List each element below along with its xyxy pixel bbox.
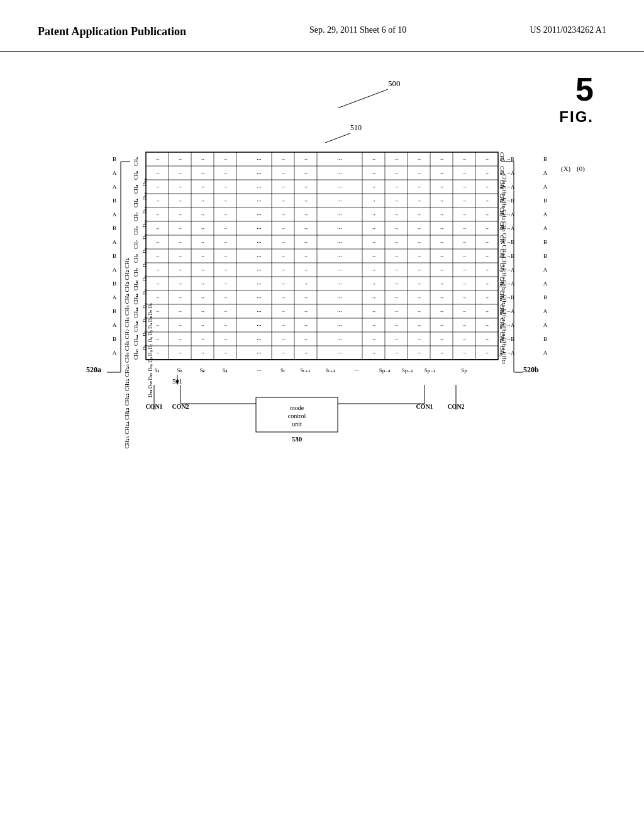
svg-text:→: → bbox=[200, 253, 205, 259]
svg-text:→: → bbox=[303, 240, 308, 245]
svg-text:→: → bbox=[177, 184, 182, 190]
svg-text:→: → bbox=[200, 212, 205, 218]
svg-text:→: → bbox=[462, 267, 467, 273]
svg-text:CON1: CON1 bbox=[416, 403, 433, 410]
svg-text:Sₜ₊₂: Sₜ₊₂ bbox=[325, 367, 336, 374]
header-date-sheet: Sep. 29, 2011 Sheet 6 of 10 bbox=[309, 25, 406, 35]
svg-text:→: → bbox=[200, 323, 205, 328]
svg-text:A: A bbox=[543, 322, 548, 328]
svg-text:CH₃: CH₃ bbox=[133, 185, 139, 194]
svg-text:→: → bbox=[416, 226, 421, 231]
ref-520a: 520a bbox=[86, 365, 101, 374]
svg-text:CH₁₄: CH₁₄ bbox=[499, 332, 504, 343]
svg-text:→: → bbox=[371, 170, 376, 176]
svg-text:B: B bbox=[543, 156, 547, 162]
svg-text:→: → bbox=[484, 295, 489, 301]
svg-text:CH₁₄: CH₁₄ bbox=[133, 335, 139, 346]
svg-text:→: → bbox=[177, 253, 182, 259]
svg-text:···: ··· bbox=[257, 170, 262, 177]
svg-text:→: → bbox=[462, 170, 467, 176]
svg-text:···: ··· bbox=[257, 184, 262, 191]
svg-text:A: A bbox=[543, 184, 548, 190]
svg-text:→: → bbox=[439, 198, 444, 204]
svg-text:→: → bbox=[303, 212, 308, 218]
svg-text:→: → bbox=[223, 170, 228, 176]
svg-text:→: → bbox=[484, 226, 489, 231]
svg-text:→: → bbox=[371, 253, 376, 259]
svg-text:···: ··· bbox=[257, 280, 262, 287]
svg-text:···: ··· bbox=[337, 225, 342, 232]
svg-text:→: → bbox=[439, 184, 444, 190]
svg-text:Sₜ: Sₜ bbox=[280, 367, 286, 374]
svg-text:A: A bbox=[113, 184, 117, 190]
svg-text:→: → bbox=[394, 212, 399, 218]
svg-text:D₉: D₉ bbox=[142, 234, 148, 240]
svg-text:→: → bbox=[371, 350, 376, 356]
svg-text:→: → bbox=[371, 295, 376, 301]
svg-text:→: → bbox=[177, 226, 182, 231]
svg-text:→: → bbox=[155, 267, 160, 273]
svg-text:→: → bbox=[439, 309, 444, 314]
svg-text:→: → bbox=[416, 184, 421, 190]
svg-text:→: → bbox=[155, 184, 160, 190]
svg-text:B: B bbox=[113, 156, 116, 162]
svg-text:CH₁: CH₁ bbox=[499, 152, 504, 161]
header-publication: Patent Application Publication bbox=[38, 25, 186, 38]
svg-text:B: B bbox=[113, 253, 116, 259]
svg-text:D₈: D₈ bbox=[142, 248, 148, 253]
svg-rect-11 bbox=[146, 152, 498, 360]
svg-text:→: → bbox=[177, 323, 182, 328]
svg-text:→: → bbox=[416, 267, 421, 273]
svg-text:→: → bbox=[155, 281, 160, 287]
svg-text:→: → bbox=[371, 323, 376, 328]
svg-text:A: A bbox=[543, 225, 548, 231]
svg-text:→: → bbox=[462, 309, 467, 314]
svg-text:CH₁₂: CH₁₂ bbox=[499, 304, 504, 315]
ref-520b: 520b bbox=[523, 365, 539, 374]
svg-text:D₁₁: D₁₁ bbox=[142, 206, 148, 214]
svg-text:→: → bbox=[223, 157, 228, 162]
svg-text:B: B bbox=[113, 308, 116, 314]
svg-text:→: → bbox=[416, 350, 421, 356]
svg-text:→: → bbox=[280, 336, 286, 342]
svg-text:A: A bbox=[113, 170, 117, 176]
svg-text:CH₁₀: CH₁₀ bbox=[133, 280, 139, 290]
svg-text:→: → bbox=[200, 281, 205, 287]
svg-text:→: → bbox=[394, 323, 399, 328]
svg-text:→: → bbox=[439, 336, 444, 342]
svg-text:→: → bbox=[303, 281, 308, 287]
svg-text:···: ··· bbox=[337, 170, 342, 177]
svg-text:→: → bbox=[439, 350, 444, 356]
svg-text:D₃: D₃ bbox=[142, 317, 148, 323]
svg-text:CH₈: CH₈ bbox=[133, 254, 139, 263]
svg-text:S₁: S₁ bbox=[154, 367, 160, 374]
svg-text:control: control bbox=[288, 412, 306, 419]
svg-text:→: → bbox=[155, 309, 160, 314]
svg-text:→: → bbox=[280, 184, 286, 190]
svg-text:→: → bbox=[280, 212, 286, 218]
svg-text:→: → bbox=[371, 309, 376, 314]
header-patent-number: US 2011/0234262 A1 bbox=[530, 25, 606, 35]
svg-text:→: → bbox=[416, 336, 421, 342]
svg-text:→: → bbox=[394, 350, 399, 356]
svg-text:→: → bbox=[484, 170, 489, 176]
svg-text:→: → bbox=[371, 157, 376, 162]
svg-text:→: → bbox=[416, 323, 421, 328]
svg-text:CH₁₅: CH₁₅ bbox=[133, 349, 139, 360]
svg-text:→: → bbox=[484, 253, 489, 259]
svg-text:···: ··· bbox=[257, 336, 262, 343]
svg-text:→: → bbox=[303, 157, 308, 162]
svg-text:→: → bbox=[200, 295, 205, 301]
svg-text:→: → bbox=[462, 281, 467, 287]
svg-text:→: → bbox=[223, 253, 228, 259]
svg-text:→: → bbox=[223, 336, 228, 342]
svg-text:···: ··· bbox=[337, 211, 342, 218]
svg-text:···: ··· bbox=[257, 267, 262, 274]
svg-text:→: → bbox=[394, 253, 399, 259]
svg-text:D₁₂: D₁₂ bbox=[142, 192, 148, 200]
svg-text:CH₁₃: CH₁₃ bbox=[133, 321, 139, 332]
svg-text:→: → bbox=[439, 170, 444, 176]
svg-text:→: → bbox=[371, 198, 376, 204]
svg-text:→: → bbox=[155, 212, 160, 218]
svg-text:→: → bbox=[223, 267, 228, 273]
